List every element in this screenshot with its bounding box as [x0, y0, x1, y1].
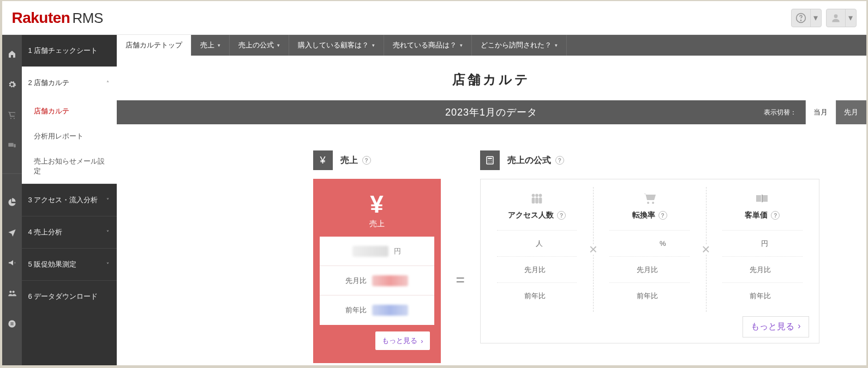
svg-point-18: [491, 162, 492, 163]
sidebar-item-label: 4 売上分析: [28, 227, 63, 237]
svg-point-19: [532, 194, 535, 197]
multiply-icon: ×: [585, 187, 601, 312]
sidebar-item-label: 1 店舗チェックシート: [28, 46, 98, 56]
period-switch: 当月 先月: [805, 100, 866, 124]
people-icon[interactable]: [2, 286, 22, 300]
help-icon[interactable]: ?: [362, 156, 371, 165]
sales-prevmonth-row: 先月比: [320, 266, 434, 295]
formula-card: アクセス人数? 人 先月比 前年比 × 転換率? %: [480, 179, 819, 343]
metric-access: アクセス人数? 人 先月比 前年比: [488, 187, 586, 312]
sales-prevyear-row: 前年比: [320, 295, 434, 325]
tab-customers[interactable]: 購入している顧客は？▾: [289, 35, 384, 56]
svg-point-21: [539, 194, 542, 197]
sidebar-item-label: 5 販促効果測定: [28, 260, 77, 269]
sales-block: ¥ 売上? ¥ 売上 円 先月比 前年比: [313, 150, 441, 363]
svg-point-1: [800, 20, 801, 20]
help-button[interactable]: ▾: [791, 9, 822, 27]
megaphone-icon[interactable]: [2, 256, 22, 270]
redacted-value: [372, 275, 408, 286]
svg-rect-28: [763, 195, 768, 202]
help-icon[interactable]: ?: [659, 211, 667, 220]
sidebar-item-download[interactable]: 6 データダウンロード: [22, 280, 117, 312]
sidebar-sub-report[interactable]: 分析用レポート: [22, 124, 117, 149]
cart-icon[interactable]: [2, 108, 22, 122]
redacted-value: [352, 246, 388, 257]
formula-block: 売上の公式? アクセス人数? 人 先月比 前年比: [480, 150, 819, 343]
tab-formula[interactable]: 売上の公式▾: [230, 35, 289, 56]
svg-point-14: [489, 160, 490, 161]
chevron-down-icon: ˅: [106, 262, 109, 268]
gear-icon[interactable]: [2, 77, 22, 92]
sidebar-item-karte[interactable]: 2 店舗カルテ ˄: [22, 67, 117, 99]
sidebar-item-label: 2 店舗カルテ: [28, 78, 70, 88]
cart-icon: [609, 190, 690, 207]
svg-rect-12: [488, 158, 492, 159]
chevron-down-icon: ▾: [277, 43, 280, 48]
svg-point-6: [12, 291, 14, 293]
sidebar-item-checksheet[interactable]: 1 店舗チェックシート: [22, 35, 117, 67]
people-icon: [497, 190, 577, 207]
period-current-button[interactable]: 当月: [805, 100, 836, 124]
books-icon: [722, 190, 803, 207]
tab-referrer[interactable]: どこから訪問された？▾: [472, 35, 567, 56]
chevron-down-icon: ˅: [106, 230, 109, 236]
list-icon[interactable]: [2, 317, 22, 331]
sidebar-item-promo[interactable]: 5 販促効果測定 ˅: [22, 248, 117, 280]
formula-heading: 売上の公式: [507, 155, 551, 166]
tab-products[interactable]: 売れている商品は？▾: [384, 35, 472, 56]
sidebar-sub-mail[interactable]: 売上お知らせメール設定: [22, 149, 117, 184]
main-content: 店舗カルテトップ 売上▾ 売上の公式▾ 購入している顧客は？▾ 売れている商品は…: [117, 35, 866, 365]
sidebar: 1 店舗チェックシート 2 店舗カルテ ˄ 店舗カルテ 分析用レポート 売上お知…: [22, 35, 117, 365]
sidebar-item-label: 3 アクセス・流入分析: [28, 195, 98, 205]
multiply-icon: ×: [698, 187, 714, 312]
switch-label: 表示切替：: [764, 108, 797, 117]
topbar: RakutenRMS ▾ ▾: [2, 1, 866, 35]
chevron-down-icon: ▾: [460, 43, 463, 48]
svg-rect-22: [532, 197, 535, 203]
period-prev-button[interactable]: 先月: [836, 100, 866, 124]
metric-aov: 客単価? 円 先月比 前年比: [714, 187, 811, 312]
svg-point-20: [535, 194, 538, 197]
metric-conversion: 転換率? % 先月比 前年比: [601, 187, 698, 312]
brand-logo: RakutenRMS: [12, 9, 103, 27]
tabs: 店舗カルテトップ 売上▾ 売上の公式▾ 購入している顧客は？▾ 売れている商品は…: [117, 35, 866, 56]
page-title: 店舗カルテ: [117, 56, 866, 100]
sidebar-item-access[interactable]: 3 アクセス・流入分析 ˅: [22, 184, 117, 216]
brand-suffix: RMS: [72, 10, 103, 26]
home-icon[interactable]: [2, 47, 22, 61]
help-icon[interactable]: ?: [771, 211, 780, 220]
devices-icon[interactable]: [2, 138, 22, 153]
tab-karte-top[interactable]: 店舗カルテトップ: [117, 35, 191, 56]
help-icon: [792, 9, 810, 27]
redacted-value: [372, 305, 408, 316]
formula-more-link[interactable]: もっと見る›: [743, 316, 809, 337]
help-icon[interactable]: ?: [555, 156, 564, 165]
svg-point-16: [488, 162, 489, 163]
svg-rect-23: [535, 197, 538, 203]
sidebar-item-label: 6 データダウンロード: [28, 292, 98, 301]
yen-large-icon: ¥: [320, 191, 434, 218]
chevron-down-icon: ˅: [106, 197, 109, 203]
yen-icon: ¥: [313, 150, 333, 170]
sidebar-sub-karte[interactable]: 店舗カルテ: [22, 99, 117, 124]
svg-rect-4: [14, 144, 15, 147]
sales-heading: 売上: [340, 155, 358, 166]
plane-icon[interactable]: [2, 225, 22, 239]
pie-icon[interactable]: [2, 195, 22, 209]
sales-value-row: 円: [320, 237, 434, 266]
icon-rail: [2, 35, 22, 365]
help-icon[interactable]: ?: [557, 211, 566, 220]
user-button[interactable]: ▾: [826, 9, 857, 27]
equals-icon: =: [456, 272, 465, 289]
svg-rect-27: [756, 195, 761, 202]
chevron-down-icon: ▾: [372, 43, 375, 48]
sales-card: ¥ 売上 円 先月比 前年比 もっと見る›: [313, 179, 441, 363]
svg-rect-3: [8, 143, 13, 147]
tab-sales[interactable]: 売上▾: [191, 35, 230, 56]
sidebar-item-sales[interactable]: 4 売上分析 ˅: [22, 216, 117, 248]
svg-rect-29: [762, 195, 763, 202]
sales-more-link[interactable]: もっと見る›: [375, 331, 429, 350]
svg-point-5: [9, 291, 11, 293]
chevron-down-icon: ▾: [810, 9, 821, 27]
user-icon: [827, 9, 845, 27]
